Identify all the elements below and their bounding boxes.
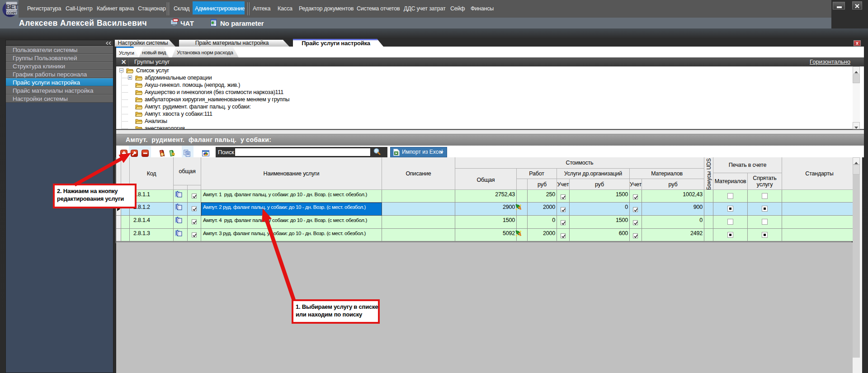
svg-text:S: S [161,152,163,156]
svg-text:ВЕТ: ВЕТ [6,3,19,10]
svg-text:СОФТ: СОФТ [7,11,17,15]
